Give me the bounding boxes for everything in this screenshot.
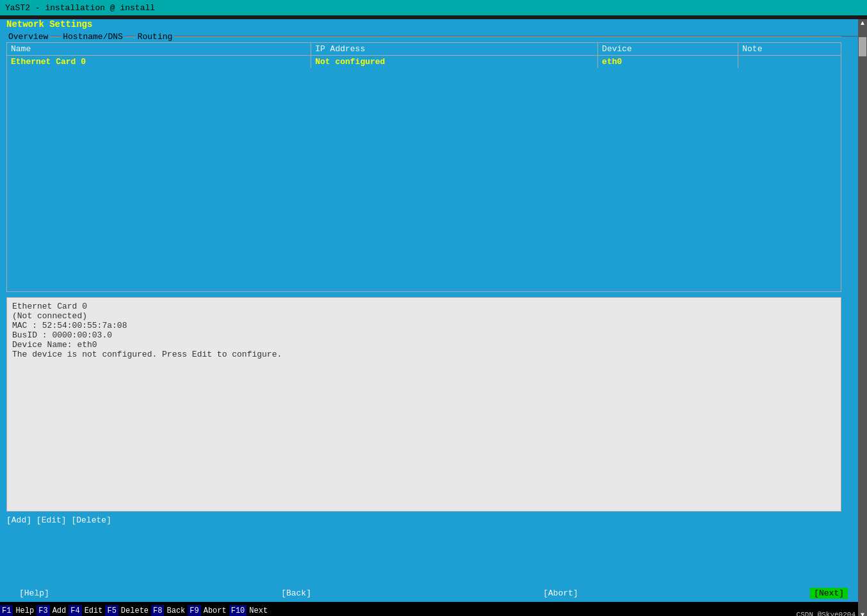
fkey-f10[interactable]: F10 Next xyxy=(229,602,270,616)
detail-message: The device is not configured. Press Edit… xyxy=(12,350,836,359)
action-buttons-bar: [Add] [Edit] [Delete] xyxy=(6,515,841,525)
overview-panel: Name IP Address Device Note Ethernet Car… xyxy=(6,42,841,292)
tab-routing[interactable]: Routing xyxy=(136,32,175,42)
title-text: YaST2 - installation @ install xyxy=(5,3,155,13)
main-content: Network Settings Overview ── Hostname/DN… xyxy=(0,19,867,616)
detail-card-name: Ethernet Card 0 xyxy=(12,302,836,311)
network-table: Name IP Address Device Note Ethernet Car… xyxy=(7,43,841,68)
cell-ip: Not configured xyxy=(311,56,598,69)
bottom-nav-bar: [Help] [Back] [Abort] [Next] xyxy=(0,584,867,602)
col-ip: IP Address xyxy=(311,43,598,56)
fkey-f5[interactable]: F5 Delete xyxy=(105,602,151,616)
detail-status: (Not connected) xyxy=(12,311,836,321)
detail-mac: MAC : 52:54:00:55:7a:08 xyxy=(12,321,836,330)
title-bar: YaST2 - installation @ install xyxy=(0,0,867,15)
scrollbar[interactable]: ▲ ▼ xyxy=(858,19,867,616)
cell-device: eth0 xyxy=(598,56,738,69)
abort-button[interactable]: [Abort] xyxy=(543,588,578,598)
fkey-f8[interactable]: F8 Back xyxy=(151,602,188,616)
detail-busid: BusID : 0000:00:03.0 xyxy=(12,330,836,340)
fkey-bar: F1 Help F3 Add F4 Edit F5 Delete F8 Back… xyxy=(0,602,867,616)
fkey-f4[interactable]: F4 Edit xyxy=(69,602,105,616)
edit-button[interactable]: [Edit] xyxy=(36,515,67,525)
col-name: Name xyxy=(7,43,311,56)
help-button[interactable]: [Help] xyxy=(19,588,49,598)
cell-note xyxy=(738,56,841,69)
col-device: Device xyxy=(598,43,738,56)
tab-bar: Overview ── Hostname/DNS ── Routing ────… xyxy=(6,31,841,42)
fkey-f9[interactable]: F9 Abort xyxy=(188,602,229,616)
page-title: Network Settings xyxy=(6,19,841,29)
scrollbar-down-arrow[interactable]: ▼ xyxy=(861,611,864,616)
tabs-container: Overview ── Hostname/DNS ── Routing ────… xyxy=(6,31,867,42)
tab-overview[interactable]: Overview xyxy=(6,32,50,42)
detail-device-name: Device Name: eth0 xyxy=(12,340,836,350)
cell-name: Ethernet Card 0 xyxy=(7,56,311,69)
delete-button[interactable]: [Delete] xyxy=(71,515,111,525)
watermark: CSDN @Skye0204 xyxy=(797,611,855,616)
fkey-f3[interactable]: F3 Add xyxy=(36,602,69,616)
tab-hostname-dns[interactable]: Hostname/DNS xyxy=(61,32,125,42)
scrollbar-up-arrow[interactable]: ▲ xyxy=(861,19,864,28)
fkey-f1[interactable]: F1 Help xyxy=(0,602,36,616)
back-button[interactable]: [Back] xyxy=(281,588,311,598)
detail-panel: Ethernet Card 0 (Not connected) MAC : 52… xyxy=(6,297,841,512)
table-row[interactable]: Ethernet Card 0 Not configured eth0 xyxy=(7,56,841,69)
col-note: Note xyxy=(738,43,841,56)
next-button[interactable]: [Next] xyxy=(810,588,848,599)
add-button[interactable]: [Add] xyxy=(6,515,31,525)
